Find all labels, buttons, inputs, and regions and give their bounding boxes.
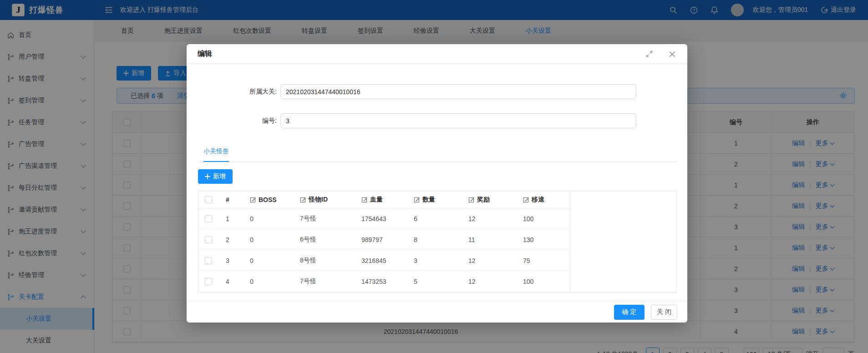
edit-column-icon[interactable]: [468, 197, 475, 203]
close-icon[interactable]: ×: [668, 49, 676, 59]
row-checkbox[interactable]: [205, 215, 212, 222]
col-header-index: #: [219, 196, 244, 203]
col-header-speed: 移速: [532, 196, 544, 204]
cell-monster-id: 7号怪: [294, 215, 356, 223]
cell-count: 5: [408, 278, 463, 285]
cell-index: 4: [219, 278, 244, 285]
cell-reward: 12: [463, 278, 518, 285]
modal-title: 编辑: [198, 49, 212, 59]
modal-footer: 确 定 关 闭: [187, 301, 687, 323]
field-label-number: 编号:: [187, 113, 277, 128]
edit-column-icon[interactable]: [523, 197, 529, 203]
number-input[interactable]: [280, 113, 636, 128]
cell-reward: 12: [463, 257, 518, 264]
modal-tabs: 小关怪兽: [198, 145, 677, 162]
cell-index: 3: [219, 257, 244, 264]
cell-boss: 0: [244, 215, 294, 222]
cell-hp: 3216845: [356, 257, 408, 264]
cell-hp: 1754643: [356, 215, 408, 222]
col-header-count: 数量: [422, 196, 435, 204]
monster-row: 2 0 6号怪 989797 8 11 130: [198, 229, 570, 250]
field-label-parent-level: 所属大关:: [187, 84, 277, 99]
edit-column-icon[interactable]: [250, 197, 256, 203]
cell-boss: 0: [244, 257, 294, 264]
cell-reward: 11: [463, 236, 518, 243]
cell-boss: 0: [244, 278, 294, 285]
cell-count: 8: [408, 236, 463, 243]
cell-speed: 75: [518, 257, 570, 264]
fullscreen-icon[interactable]: [646, 50, 653, 57]
edit-modal: 编辑 × 所属大关: 编号: 小关怪兽 新增 #: [187, 44, 687, 323]
cell-hp: 1473253: [356, 278, 408, 285]
cell-boss: 0: [244, 236, 294, 243]
modal-header: 编辑 ×: [187, 44, 687, 64]
edit-column-icon[interactable]: [361, 197, 368, 203]
plus-icon: [205, 174, 210, 179]
cell-reward: 12: [463, 215, 518, 222]
select-all-checkbox[interactable]: [205, 196, 212, 203]
col-header-boss: BOSS: [259, 196, 277, 203]
row-checkbox[interactable]: [205, 257, 212, 264]
modal-add-button[interactable]: 新增: [198, 169, 233, 184]
tab-small-level-monsters[interactable]: 小关怪兽: [203, 147, 229, 162]
cell-monster-id: 6号怪: [294, 236, 356, 244]
cell-monster-id: 8号怪: [294, 257, 356, 265]
cancel-button[interactable]: 关 闭: [651, 305, 677, 320]
edit-column-icon[interactable]: [300, 197, 306, 203]
cell-hp: 989797: [356, 236, 408, 243]
cell-monster-id: 7号怪: [294, 277, 356, 286]
cell-index: 2: [219, 236, 244, 243]
edit-column-icon[interactable]: [414, 197, 420, 203]
monster-row: 1 0 7号怪 1754643 6 12 100: [198, 208, 570, 229]
cell-speed: 100: [518, 215, 570, 222]
parent-level-input[interactable]: [280, 84, 636, 99]
cell-count: 3: [408, 257, 463, 264]
monster-table: # BOSS 怪物ID 血量 数量 奖励 移速 1 0 7号怪 1754643 …: [198, 191, 677, 292]
confirm-button[interactable]: 确 定: [614, 305, 645, 320]
col-header-monster-id: 怪物ID: [309, 196, 328, 204]
row-checkbox[interactable]: [205, 236, 212, 243]
cell-count: 6: [408, 215, 463, 222]
cell-speed: 130: [518, 236, 570, 243]
cell-index: 1: [219, 215, 244, 222]
col-header-hp: 血量: [370, 196, 383, 204]
monster-table-header: # BOSS 怪物ID 血量 数量 奖励 移速: [198, 191, 570, 208]
monster-row: 3 0 8号怪 3216845 3 12 75: [198, 250, 570, 271]
row-checkbox[interactable]: [205, 278, 212, 285]
col-header-reward: 奖励: [477, 196, 490, 204]
admin-page: J 打爆怪兽 欢迎进入 打爆怪兽管理后台 ? 欢迎您，管理员001 退出登录: [0, 0, 868, 353]
monster-row: 4 0 7号怪 1473253 5 12 100: [198, 271, 570, 292]
modal-add-label: 新增: [213, 172, 226, 181]
cell-speed: 100: [518, 278, 570, 285]
